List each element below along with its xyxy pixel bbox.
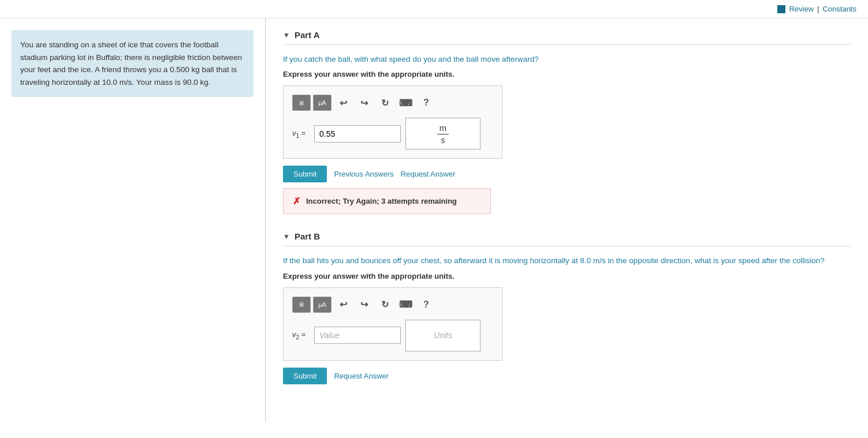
part-a-help-btn[interactable]: ? <box>417 95 435 111</box>
part-b-collapse-arrow[interactable]: ▼ <box>283 233 290 241</box>
part-b-grid-btn[interactable]: ⊞ <box>292 297 311 313</box>
part-b-value-input[interactable] <box>314 327 401 344</box>
constants-link[interactable]: Constants <box>822 5 856 13</box>
part-a-grid-btn[interactable]: ⊞ <box>292 95 311 111</box>
part-a-error-message: Incorrect; Try Again; 3 attempts remaini… <box>306 197 457 205</box>
top-bar: Review | Constants <box>0 0 868 18</box>
part-b-help-btn[interactable]: ? <box>417 297 435 313</box>
error-x-icon: ✗ <box>293 196 300 207</box>
part-b-input-row: v2 = Units <box>292 320 493 351</box>
part-b-section: ▼ Part B If the ball hits you and bounce… <box>283 231 851 384</box>
part-a-units-box: m s <box>405 118 480 149</box>
part-b-redo-btn[interactable]: ↪ <box>355 297 373 313</box>
part-a-request-answer-link[interactable]: Request Answer <box>401 170 456 178</box>
part-a-section: ▼ Part A If you catch the ball, with wha… <box>283 30 851 214</box>
part-a-units-denominator: s <box>441 134 445 145</box>
separator: | <box>817 5 819 13</box>
part-b-var-label: v2 = <box>292 330 310 340</box>
part-b-undo-btn[interactable]: ↩ <box>334 297 352 313</box>
part-a-question: If you catch the ball, with what speed d… <box>283 54 851 65</box>
part-a-undo-btn[interactable]: ↩ <box>334 95 352 111</box>
problem-text: You are standing on a sheet of ice that … <box>12 30 254 97</box>
part-a-units-numerator: m <box>437 123 449 134</box>
part-b-keyboard-btn[interactable]: ⌨ <box>396 297 415 313</box>
part-b-units-box[interactable]: Units <box>405 320 480 351</box>
part-a-express-label: Express your answer with the appropriate… <box>283 70 851 78</box>
part-b-mu-btn[interactable]: μA <box>313 297 331 313</box>
part-a-redo-btn[interactable]: ↪ <box>355 95 373 111</box>
part-b-title: Part B <box>295 231 320 241</box>
part-b-request-answer-link[interactable]: Request Answer <box>334 372 389 380</box>
part-a-collapse-arrow[interactable]: ▼ <box>283 31 290 39</box>
part-a-input-row: v1 = m s <box>292 118 493 149</box>
part-b-express-label: Express your answer with the appropriate… <box>283 272 851 280</box>
sidebar: You are standing on a sheet of ice that … <box>0 18 266 422</box>
part-b-units-placeholder: Units <box>434 331 452 340</box>
part-b-refresh-btn[interactable]: ↻ <box>375 297 394 313</box>
review-constants-area: Review | Constants <box>777 5 856 13</box>
part-a-action-row: Submit Previous Answers Request Answer <box>283 166 851 182</box>
review-icon <box>777 5 785 13</box>
part-a-answer-box: ⊞ μA ↩ ↪ ↻ ⌨ ? v1 = m s <box>283 85 502 159</box>
part-a-error-box: ✗ Incorrect; Try Again; 3 attempts remai… <box>283 188 491 214</box>
part-a-header: ▼ Part A <box>283 30 851 45</box>
review-link[interactable]: Review <box>789 5 814 13</box>
main-layout: You are standing on a sheet of ice that … <box>0 18 868 422</box>
part-b-submit-btn[interactable]: Submit <box>283 368 327 384</box>
part-a-toolbar: ⊞ μA ↩ ↪ ↻ ⌨ ? <box>292 95 493 111</box>
part-b-answer-box: ⊞ μA ↩ ↪ ↻ ⌨ ? v2 = Units <box>283 287 502 361</box>
part-b-question: If the ball hits you and bounces off you… <box>283 255 851 267</box>
part-b-toolbar: ⊞ μA ↩ ↪ ↻ ⌨ ? <box>292 297 493 313</box>
part-a-units-fraction: m s <box>437 123 449 145</box>
part-a-refresh-btn[interactable]: ↻ <box>375 95 394 111</box>
part-a-submit-btn[interactable]: Submit <box>283 166 327 182</box>
part-a-mu-btn[interactable]: μA <box>313 95 331 111</box>
content-area: ▼ Part A If you catch the ball, with wha… <box>266 18 868 422</box>
part-a-previous-answers-link[interactable]: Previous Answers <box>334 170 393 178</box>
part-b-action-row: Submit Request Answer <box>283 368 851 384</box>
part-a-title: Part A <box>295 30 320 40</box>
part-a-value-input[interactable] <box>314 125 401 143</box>
part-a-var-label: v1 = <box>292 129 310 139</box>
part-b-header: ▼ Part B <box>283 231 851 246</box>
part-a-keyboard-btn[interactable]: ⌨ <box>396 95 415 111</box>
